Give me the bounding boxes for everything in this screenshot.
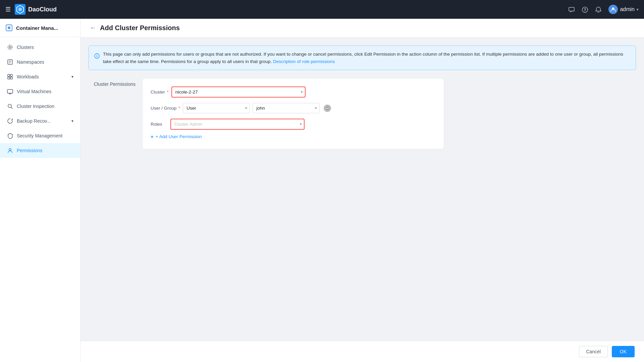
user-name: admin [620,6,635,12]
user-group-label: User / Group * [151,106,180,111]
info-banner-text: This page can only add permissions for u… [103,51,630,65]
cancel-button[interactable]: Cancel [579,346,608,357]
svg-rect-14 [10,74,12,76]
topbar: ☰ DaoCloud ? [0,0,644,19]
sidebar-header-title: Container Mana... [16,25,58,31]
roles-row: Roles Cluster Admin ▾ [151,119,436,130]
sidebar-item-label: Cluster Inspection [17,104,54,109]
sidebar-item-virtual-machines[interactable]: Virtual Machines [0,84,80,99]
workloads-icon [7,73,13,80]
svg-rect-16 [10,77,12,79]
form-section: Cluster Permissions Cluster * nicole-2-2… [89,78,636,149]
logo-icon [15,4,25,15]
backup-recovery-icon [7,118,13,124]
ok-button[interactable]: OK [612,346,635,357]
cluster-select-wrapper: nicole-2-27 ▾ [171,86,306,98]
sidebar: Container Mana... Clusters [0,19,80,362]
sidebar-item-label: Virtual Machines [17,89,51,94]
svg-point-19 [9,148,11,150]
form-section-label: Cluster Permissions [89,78,136,87]
info-banner: i This page can only add permissions for… [89,46,636,70]
back-button[interactable]: ← [90,24,96,32]
sidebar-item-cluster-inspection[interactable]: Cluster Inspection [0,99,80,114]
user-menu[interactable]: admin ▾ [608,5,639,14]
content-body: i This page can only add permissions for… [80,38,644,341]
remove-permission-button[interactable] [324,105,331,112]
sidebar-item-label: Workloads [17,74,39,79]
user-type-select-wrapper: User Group ▾ [183,103,250,113]
sidebar-item-permissions[interactable]: Permissions [0,143,80,158]
sidebar-nav: Clusters Namespaces [0,37,80,362]
logo-text: DaoCloud [28,6,57,13]
user-select-wrapper: john ▾ [253,103,320,113]
cluster-required: * [166,89,169,95]
svg-point-10 [9,46,11,48]
workloads-chevron-icon: ▾ [71,74,73,79]
svg-rect-9 [8,27,10,29]
roles-label: Roles [151,122,162,127]
svg-rect-3 [569,7,574,11]
sidebar-item-label: Security Management [17,133,62,138]
svg-rect-17 [7,89,13,93]
page-title: Add Cluster Permissions [100,24,180,32]
cluster-field-group: Cluster * nicole-2-27 ▾ [151,86,306,98]
svg-rect-13 [8,74,10,76]
sidebar-item-label: Backup Recov... [17,118,51,124]
sidebar-item-label: Permissions [17,148,42,153]
cluster-label: Cluster * [151,89,169,95]
chat-icon[interactable] [568,6,575,13]
menu-icon[interactable]: ☰ [5,6,11,13]
content-area: ← Add Cluster Permissions i This page ca… [80,19,644,362]
roles-select-wrapper: Cluster Admin ▾ [170,119,305,130]
security-management-icon [7,132,13,139]
sidebar-header: Container Mana... [0,19,80,37]
sidebar-item-workloads[interactable]: Workloads ▾ [0,69,80,84]
namespaces-icon [7,59,13,65]
clusters-icon [7,44,13,51]
container-icon [5,24,13,32]
sidebar-item-backup-recovery[interactable]: Backup Recov... ▾ [0,114,80,128]
footer: Cancel OK [80,341,644,362]
sidebar-item-label: Namespaces [17,59,44,65]
avatar [608,5,618,14]
roles-select[interactable]: Cluster Admin [170,119,305,130]
cluster-select[interactable]: nicole-2-27 [171,86,306,98]
form-card: Cluster * nicole-2-27 ▾ [142,78,444,149]
add-icon: + [151,134,154,139]
content-header: ← Add Cluster Permissions [80,19,644,38]
permissions-icon [7,147,13,154]
sidebar-item-security-management[interactable]: Security Management [0,128,80,143]
logo: DaoCloud [15,4,57,15]
sidebar-item-namespaces[interactable]: Namespaces [0,55,80,69]
svg-rect-15 [8,77,10,79]
sidebar-item-clusters[interactable]: Clusters [0,40,80,55]
notification-icon[interactable] [595,6,602,13]
user-group-row: User / Group * User Group ▾ [151,103,436,113]
sidebar-item-label: Clusters [17,45,34,50]
add-user-permission-button[interactable]: + + Add User Permission [151,132,202,141]
svg-point-11 [8,45,12,50]
user-type-select[interactable]: User Group [183,103,250,113]
svg-text:?: ? [584,8,586,12]
user-group-required: * [177,106,180,111]
backup-chevron-icon: ▾ [71,119,73,123]
role-permissions-link[interactable]: Description of role permissions [273,59,335,64]
user-select[interactable]: john [253,103,320,113]
user-group-field-group: User / Group * User Group ▾ [151,103,320,113]
svg-text:i: i [97,54,98,58]
virtual-machines-icon [7,88,13,95]
help-icon[interactable]: ? [582,6,588,13]
user-chevron-icon: ▾ [637,7,639,12]
info-icon: i [94,51,100,65]
cluster-inspection-icon [7,103,13,110]
cluster-row: Cluster * nicole-2-27 ▾ [151,86,436,98]
